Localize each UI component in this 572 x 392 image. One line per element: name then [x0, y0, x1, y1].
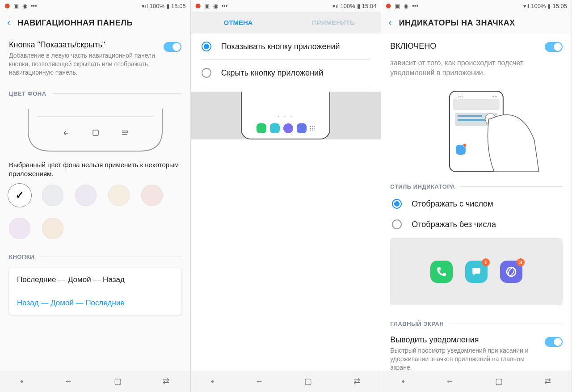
svg-rect-1	[93, 130, 98, 135]
back-icon[interactable]: ‹	[388, 17, 391, 29]
browser-app-icon: 3	[500, 261, 522, 283]
radio-label: Скрыть кнопку приложений	[221, 68, 324, 78]
color-swatch-1[interactable]	[42, 185, 63, 206]
page-title: ИНДИКАТОРЫ НА ЗНАЧКАХ	[399, 18, 515, 28]
setting-title: Выводить уведомления	[390, 335, 538, 345]
radio-icon	[202, 42, 211, 51]
enabled-label: ВКЛЮЧЕНО	[390, 42, 436, 51]
radio-icon	[392, 219, 402, 229]
camera-app-icon	[297, 123, 307, 133]
status-bar: ⬣ ▣ ◉ ••• ▾ıl 100% ▮ 15:04	[191, 0, 381, 12]
radio-with-number[interactable]: Отображать с числом	[381, 194, 572, 214]
phone-app-icon	[257, 123, 266, 133]
wifi-icon: ▾ıl	[523, 3, 530, 9]
button-order-option-2[interactable]: Назад — Домой — Последние	[9, 291, 181, 315]
svg-point-6	[495, 96, 497, 97]
color-swatch-4[interactable]	[141, 185, 163, 206]
nav-preview	[26, 109, 164, 153]
description-text: зависит от того, как происходит подсчет …	[381, 58, 572, 82]
wifi-icon: ▾ıl	[332, 3, 339, 9]
clock: 15:05	[552, 3, 567, 9]
content: ВКЛЮЧЕНО зависит от того, как происходит…	[381, 34, 572, 371]
toggle-switch[interactable]	[545, 337, 563, 347]
content: Показывать кнопку приложений Скрыть кноп…	[191, 34, 381, 371]
color-swatch-2[interactable]	[75, 185, 97, 206]
color-swatch-3[interactable]	[108, 185, 130, 206]
enabled-row[interactable]: ВКЛЮЧЕНО	[381, 34, 572, 58]
nav-back-icon[interactable]: ←	[64, 377, 72, 386]
radio-hide-apps-button[interactable]: Скрыть кнопку приложений	[191, 60, 381, 86]
more-icon: •••	[31, 3, 37, 9]
nav-bar: ← ▢ ⇄	[381, 371, 572, 392]
nav-back-icon[interactable]: ←	[446, 377, 454, 386]
svg-point-12	[463, 143, 467, 147]
battery-pct: 100%	[150, 3, 164, 9]
battery-icon: ▮	[547, 3, 551, 9]
color-swatch-5[interactable]	[9, 218, 30, 239]
color-swatch-6[interactable]	[42, 218, 63, 239]
notification-badge: 1	[482, 258, 490, 266]
svg-rect-8	[458, 115, 482, 117]
battery-icon: ▮	[357, 3, 360, 9]
nav-hide-icon[interactable]	[402, 380, 404, 383]
more-icon: •••	[412, 3, 418, 9]
user-icon: ◉	[22, 3, 27, 9]
svg-rect-9	[458, 119, 489, 121]
messages-app-icon: 1	[465, 261, 488, 283]
setting-desc: Добавление в левую часть навигационной п…	[9, 51, 157, 77]
image-icon: ▣	[395, 3, 400, 9]
radio-show-apps-button[interactable]: Показывать кнопку приложений	[191, 34, 381, 59]
toggle-switch[interactable]	[545, 42, 563, 52]
apply-button[interactable]: ПРИМЕНИТЬ	[286, 12, 381, 34]
svg-text:12:45: 12:45	[456, 95, 463, 98]
show-hide-setting[interactable]: Кнопка "Показать/скрыть" Добавление в ле…	[0, 34, 190, 83]
button-order-option-1[interactable]: Последние — Домой — Назад	[9, 268, 181, 291]
status-bar: ⬣ ▣ ◉ ••• ▾ıl 100% ▮ 15:05	[381, 0, 572, 12]
toggle-switch[interactable]	[164, 42, 181, 52]
color-grid	[0, 185, 190, 246]
nav-bar: ← ▢ ⇄	[0, 371, 190, 392]
nav-recents-icon[interactable]: ⇄	[163, 376, 169, 386]
cancel-button[interactable]: ОТМЕНА	[191, 12, 286, 34]
notification-icon: ⬣	[195, 2, 201, 9]
battery-pct: 100%	[531, 3, 546, 9]
nav-home-icon[interactable]: ▢	[304, 376, 312, 386]
nav-recents-icon[interactable]: ⇄	[544, 376, 551, 386]
notification-icon: ⬣	[386, 2, 391, 9]
user-icon: ◉	[213, 3, 218, 9]
nav-home-icon[interactable]: ▢	[114, 376, 122, 386]
setting-title: Кнопка "Показать/скрыть"	[9, 40, 157, 50]
messages-app-icon	[270, 123, 280, 133]
battery-icon: ▮	[166, 3, 169, 9]
radio-without-number[interactable]: Отображать без числа	[381, 214, 572, 235]
wifi-icon: ▾ıl	[142, 3, 148, 9]
section-bg-color: ЦВЕТ ФОНА	[0, 83, 190, 101]
more-icon: •••	[222, 3, 228, 9]
back-icon[interactable]: ‹	[7, 17, 10, 29]
setting-desc: Быстрый просмотр уведомлений при касании…	[390, 346, 538, 371]
nav-recents-icon[interactable]: ⇄	[353, 376, 360, 386]
nav-home-icon[interactable]: ▢	[495, 376, 503, 386]
status-bar: ⬣ ▣ ◉ ••• ▾ıl 100% ▮ 15:05	[0, 0, 190, 12]
preview-panel: • • •	[191, 92, 381, 139]
nav-hide-icon[interactable]	[21, 380, 23, 383]
section-home-screen: ГЛАВНЫЙ ЭКРАН	[381, 313, 572, 331]
phone-3: ⬣ ▣ ◉ ••• ▾ıl 100% ▮ 15:05 ‹ ИНДИКАТОРЫ …	[381, 0, 572, 392]
header: ‹ ИНДИКАТОРЫ НА ЗНАЧКАХ	[381, 12, 572, 34]
user-icon: ◉	[404, 3, 408, 9]
phone-1: ⬣ ▣ ◉ ••• ▾ıl 100% ▮ 15:05 ‹ НАВИГАЦИОНН…	[0, 0, 191, 392]
svg-point-5	[492, 96, 494, 97]
browser-app-icon	[283, 123, 293, 133]
nav-back-icon[interactable]: ←	[255, 377, 263, 386]
notifications-setting[interactable]: Выводить уведомления Быстрый просмотр ув…	[381, 331, 572, 371]
dialog-header: ОТМЕНА ПРИМЕНИТЬ	[191, 12, 381, 34]
notification-icon: ⬣	[4, 2, 10, 9]
radio-icon	[392, 199, 402, 209]
image-icon: ▣	[204, 3, 210, 9]
page-title: НАВИГАЦИОННАЯ ПАНЕЛЬ	[17, 18, 133, 28]
color-swatch-0[interactable]	[9, 185, 30, 206]
radio-label: Показывать кнопку приложений	[221, 42, 340, 51]
notification-badge: 3	[517, 258, 525, 266]
nav-hide-icon[interactable]	[211, 380, 214, 383]
header: ‹ НАВИГАЦИОННАЯ ПАНЕЛЬ	[0, 12, 190, 34]
